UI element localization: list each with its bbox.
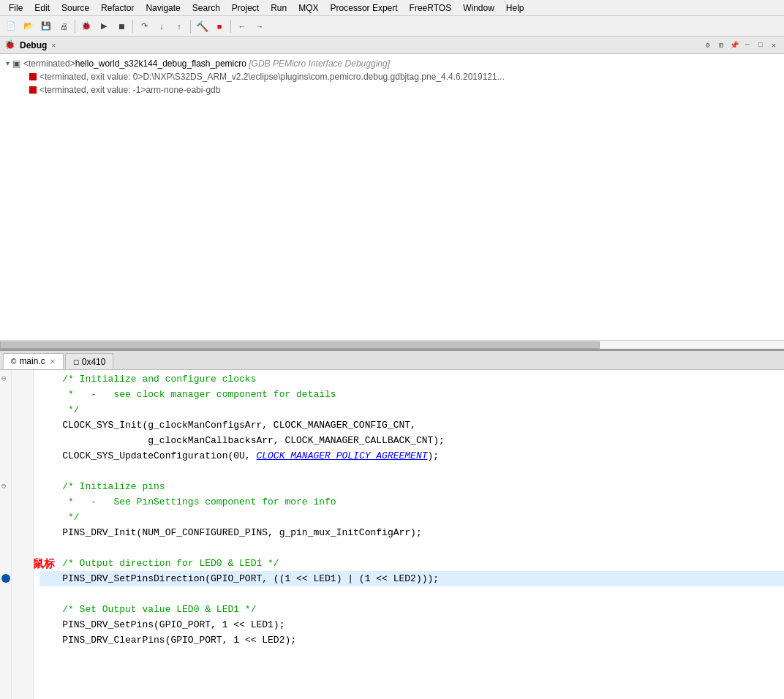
menu-window[interactable]: Window <box>457 1 500 15</box>
code-line-7 <box>39 464 784 479</box>
menu-mqx[interactable]: MQX <box>293 1 324 15</box>
panel-ctrl-maximize[interactable]: □ <box>755 39 766 51</box>
terminated-icon-1 <box>29 73 37 80</box>
annotation-row: ➤ 双击鼠标 /* Output direction for LED0 & LE… <box>39 556 784 571</box>
menu-source[interactable]: Source <box>56 1 95 15</box>
toolbar-btn-stop[interactable]: ⏹ <box>113 18 129 34</box>
code-line-5: g_clockManCallbacksArr, CLOCK_MANAGER_CA… <box>39 433 784 448</box>
menu-search[interactable]: Search <box>186 1 226 15</box>
annotation-text: 双击鼠标 <box>34 556 55 571</box>
toolbar-btn-step-over[interactable]: ↷ <box>136 18 152 34</box>
code-line-16: /* Set Output value LED0 & LED1 */ <box>39 602 784 617</box>
code-content[interactable]: /* Initialize and configure clocks * - s… <box>34 370 784 699</box>
tab-address-icon: ◻ <box>73 358 79 366</box>
tab-main-c[interactable]: © main.c ✕ <box>3 353 64 369</box>
code-line-12 <box>39 540 784 556</box>
debug-session-item[interactable]: ▾ ▣ <terminated>hello_world_s32k144_debu… <box>6 57 778 70</box>
debug-sub-label-1: <terminated, exit value: 0>D:\NXP\S32DS_… <box>39 72 505 82</box>
debug-icon: 🐞 <box>4 39 15 50</box>
tab-address-label: 0x410 <box>82 357 106 367</box>
panel-ctrl-pin[interactable]: 📌 <box>728 39 740 51</box>
menu-navigate[interactable]: Navigate <box>140 1 186 15</box>
menu-freertos[interactable]: FreeRTOS <box>404 1 458 15</box>
fold-marker-2[interactable]: ⊖ <box>1 479 7 494</box>
tab-main-c-label: main.c <box>19 356 45 366</box>
debug-session-icon: ▣ <box>12 58 20 69</box>
toolbar-btn-save[interactable]: 💾 <box>38 18 54 34</box>
toolbar-btn-run[interactable]: ▶ <box>96 18 112 34</box>
toolbar-btn-new[interactable]: 📄 <box>3 18 19 34</box>
fold-marker-1[interactable]: ⊖ <box>1 371 7 387</box>
code-line-10: */ <box>39 510 784 525</box>
code-line-11: PINS_DRV_Init(NUM_OF_CONFIGURED_PINS, g_… <box>39 525 784 540</box>
toolbar-sep-4 <box>230 20 231 33</box>
debug-panel-header: 🐞 Debug ✕ ⚙ ⊞ 📌 ─ □ ✕ <box>0 37 784 54</box>
debug-session-label: <terminated>hello_world_s32k144_debug_fl… <box>23 58 390 69</box>
toolbar-sep-1 <box>75 20 75 33</box>
debug-content: ▾ ▣ <terminated>hello_world_s32k144_debu… <box>0 54 784 340</box>
toolbar-btn-print[interactable]: 🖨 <box>56 18 72 34</box>
debug-tree-arrow: ▾ <box>6 59 10 67</box>
editor-tabs: © main.c ✕ ◻ 0x410 <box>0 351 784 370</box>
code-line-18: PINS_DRV_ClearPins(GPIO_PORT, 1 << LED2)… <box>39 632 784 648</box>
code-line-1: /* Initialize and configure clocks <box>39 371 784 387</box>
code-line-9: * - See PinSettings component for more i… <box>39 494 784 510</box>
tab-main-c-close[interactable]: ✕ <box>50 358 56 366</box>
code-line-4: CLOCK_SYS_Init(g_clockManConfigsArr, CLO… <box>39 417 784 433</box>
toolbar: 📄 📂 💾 🖨 🐞 ▶ ⏹ ↷ ↓ ↑ 🔨 ■ ← → <box>0 16 784 37</box>
toolbar-btn-open[interactable]: 📂 <box>20 18 37 34</box>
arrow-annotation: ➤ 双击鼠标 <box>34 556 55 571</box>
main-layout: 🐞 Debug ✕ ⚙ ⊞ 📌 ─ □ ✕ ▾ ▣ <terminated>he… <box>0 37 784 699</box>
debug-sub-label-2: <terminated, exit value: -1>arm-none-eab… <box>39 85 220 95</box>
toolbar-btn-step-out[interactable]: ↑ <box>171 18 187 34</box>
debug-sub-item-2: <terminated, exit value: -1>arm-none-eab… <box>6 83 778 97</box>
panel-ctrl-settings[interactable]: ⚙ <box>702 39 714 51</box>
toolbar-btn-terminate[interactable]: ■ <box>211 18 227 34</box>
toolbar-sep-2 <box>132 20 133 33</box>
terminated-icon-2 <box>29 86 37 94</box>
toolbar-btn-back[interactable]: ← <box>234 18 250 34</box>
menubar: File Edit Source Refactor Navigate Searc… <box>0 0 784 16</box>
debug-hscrollbar[interactable] <box>0 340 784 349</box>
code-line-8: /* Initialize pins <box>39 479 784 494</box>
tab-address[interactable]: ◻ 0x410 <box>65 353 114 369</box>
panel-ctrl-minimize[interactable]: ─ <box>742 39 753 51</box>
menu-help[interactable]: Help <box>500 1 530 15</box>
menu-file[interactable]: File <box>3 1 29 15</box>
tab-main-c-icon: © <box>11 358 16 366</box>
menu-edit[interactable]: Edit <box>29 1 56 15</box>
debug-hscroll-thumb[interactable] <box>0 341 600 349</box>
panel-controls: ⚙ ⊞ 📌 ─ □ ✕ <box>702 39 780 51</box>
code-line-2: * - see clock manager component for deta… <box>39 387 784 402</box>
breakpoint-dot[interactable] <box>1 571 10 589</box>
debug-sub-item-1: <terminated, exit value: 0>D:\NXP\S32DS_… <box>6 70 778 83</box>
debug-panel-title: Debug <box>20 40 47 50</box>
toolbar-btn-step-in[interactable]: ↓ <box>154 18 170 34</box>
code-line-6: CLOCK_SYS_UpdateConfiguration(0U, CLOCK_… <box>39 448 784 464</box>
toolbar-btn-build[interactable]: 🔨 <box>194 18 210 34</box>
menu-run[interactable]: Run <box>265 1 293 15</box>
panel-ctrl-close[interactable]: ✕ <box>768 39 780 51</box>
code-line-13: /* Output direction for LED0 & LED1 */ <box>39 556 784 571</box>
toolbar-btn-debug[interactable]: 🐞 <box>78 18 94 34</box>
code-line-15 <box>39 586 784 602</box>
menu-refactor[interactable]: Refactor <box>95 1 140 15</box>
menu-project[interactable]: Project <box>226 1 265 15</box>
toolbar-btn-forward[interactable]: → <box>252 18 268 34</box>
code-line-17: PINS_DRV_SetPins(GPIO_PORT, 1 << LED1); <box>39 617 784 632</box>
editor-panel: © main.c ✕ ◻ 0x410 ⊖ ⊖ <box>0 351 784 699</box>
debug-panel: 🐞 Debug ✕ ⚙ ⊞ 📌 ─ □ ✕ ▾ ▣ <terminated>he… <box>0 37 784 351</box>
gutter: ⊖ ⊖ <box>0 370 12 699</box>
debug-panel-close[interactable]: ✕ <box>51 41 56 50</box>
code-area: ⊖ ⊖ /* Initialize and configure clocks <box>0 370 784 699</box>
code-line-3: */ <box>39 402 784 417</box>
line-numbers <box>12 370 34 699</box>
toolbar-sep-3 <box>190 20 191 33</box>
menu-processor-expert[interactable]: Processor Expert <box>325 1 404 15</box>
panel-ctrl-grid[interactable]: ⊞ <box>715 39 727 51</box>
code-line-14[interactable]: PINS_DRV_SetPinsDirection(GPIO_PORT, ((1… <box>39 571 784 586</box>
